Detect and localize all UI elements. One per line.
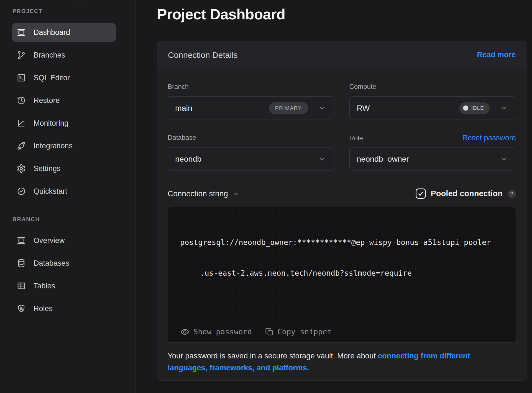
project-nav: Dashboard Branches SQL xyxy=(12,23,116,201)
connection-string-line1: postgresql://neondb_owner:************@e… xyxy=(180,237,503,247)
show-password-button[interactable]: Show password xyxy=(180,327,252,337)
card-title: Connection Details xyxy=(168,50,238,60)
sidebar-item-overview[interactable]: Overview xyxy=(12,231,116,250)
database-select[interactable]: neondb xyxy=(168,147,334,171)
overview-icon xyxy=(16,236,26,245)
branch-label: Branch xyxy=(168,83,189,91)
history-clock-icon xyxy=(16,95,26,105)
sidebar-item-branches[interactable]: Branches xyxy=(12,45,116,65)
connection-string-row: Connection string Pooled connection ? xyxy=(168,188,516,199)
branch-nav: Overview Databases xyxy=(12,231,116,318)
connection-string-line2: .us-east-2.aws.neon.tech/neondb?sslmode=… xyxy=(180,268,503,278)
sidebar-item-label: Integrations xyxy=(34,142,73,150)
role-field: Role Reset password neondb_owner xyxy=(349,134,516,171)
chevron-down-icon xyxy=(500,105,507,112)
show-password-label: Show password xyxy=(193,327,252,336)
git-branch-icon xyxy=(16,50,26,60)
chevron-down-icon xyxy=(319,156,326,163)
integrations-icon xyxy=(16,141,26,151)
database-field: Database neondb xyxy=(168,134,334,171)
database-value: neondb xyxy=(175,154,201,164)
main-content: Project Dashboard Connection Details Rea… xyxy=(136,0,532,393)
copy-snippet-label: Copy snippet xyxy=(277,327,331,336)
role-value: neondb_owner xyxy=(357,154,409,164)
connection-string-dropdown[interactable]: Connection string xyxy=(168,189,239,198)
sidebar-item-label: Databases xyxy=(34,259,69,268)
sidebar-item-label: Branches xyxy=(34,51,65,60)
project-selector-edge xyxy=(0,0,81,2)
copy-icon xyxy=(265,328,273,336)
help-icon[interactable]: ? xyxy=(508,190,516,198)
sidebar-item-quickstart[interactable]: Quickstart xyxy=(12,182,116,201)
idle-badge: IDLE xyxy=(459,102,490,114)
sidebar-item-label: Roles xyxy=(34,304,53,313)
idle-status-dot xyxy=(463,105,468,111)
code-actions: Show password Copy snippet xyxy=(168,321,516,342)
connection-string-code-block: postgresql://neondb_owner:************@e… xyxy=(168,207,516,343)
pooled-connection-group: Pooled connection ? xyxy=(416,188,516,199)
role-select[interactable]: neondb_owner xyxy=(349,147,516,171)
page-title: Project Dashboard xyxy=(157,4,526,25)
card-header: Connection Details Read more xyxy=(157,41,526,69)
idle-badge-label: IDLE xyxy=(471,105,484,111)
compute-select[interactable]: RW IDLE xyxy=(349,96,516,120)
reset-password-link[interactable]: Reset password xyxy=(462,134,516,142)
sidebar-item-label: Monitoring xyxy=(34,119,68,128)
sidebar-item-label: Restore xyxy=(34,96,60,105)
branch-field: Branch main PRIMARY xyxy=(168,83,334,120)
card-body: Branch main PRIMARY Compute xyxy=(157,69,526,380)
compute-field: Compute RW IDLE xyxy=(349,83,516,120)
pooled-connection-checkbox[interactable] xyxy=(416,188,426,199)
chevron-down-icon xyxy=(500,156,507,163)
pooled-connection-label: Pooled connection xyxy=(431,189,503,198)
chevron-down-icon xyxy=(233,191,239,197)
connection-string-label: Connection string xyxy=(168,189,228,198)
terminal-icon xyxy=(16,73,26,83)
role-label: Role xyxy=(349,134,363,142)
chart-icon xyxy=(16,118,26,128)
sidebar-item-databases[interactable]: Databases xyxy=(12,254,116,273)
sidebar-item-label: Quickstart xyxy=(34,187,67,196)
sidebar: PROJECT Dashboard Branches xyxy=(0,0,136,393)
database-icon xyxy=(16,258,26,268)
sidebar-section-branch: BRANCH xyxy=(12,216,135,223)
dashboard-icon xyxy=(16,27,26,37)
connection-string-text: postgresql://neondb_owner:************@e… xyxy=(168,207,516,321)
shield-user-icon xyxy=(16,304,26,314)
sidebar-item-restore[interactable]: Restore xyxy=(12,91,116,110)
password-vault-note: Your password is saved in a secure stora… xyxy=(168,350,500,374)
checkmark-icon xyxy=(417,190,424,197)
sidebar-item-sql-editor[interactable]: SQL Editor xyxy=(12,68,116,87)
primary-badge: PRIMARY xyxy=(269,102,308,114)
sidebar-item-label: Settings xyxy=(34,164,61,173)
branch-value: main xyxy=(175,104,192,113)
chevron-down-icon xyxy=(319,105,326,112)
sidebar-item-dashboard[interactable]: Dashboard xyxy=(12,23,116,42)
connection-details-card: Connection Details Read more Branch main… xyxy=(157,41,526,381)
sidebar-item-roles[interactable]: Roles xyxy=(12,299,116,318)
app-window: PROJECT Dashboard Branches xyxy=(0,0,532,393)
password-vault-text: Your password is saved in a secure stora… xyxy=(168,351,378,360)
read-more-link[interactable]: Read more xyxy=(477,51,516,59)
copy-snippet-button[interactable]: Copy snippet xyxy=(265,327,331,336)
sidebar-item-label: Tables xyxy=(34,282,55,290)
sidebar-item-label: SQL Editor xyxy=(34,74,70,82)
check-circle-icon xyxy=(16,186,26,196)
table-icon xyxy=(16,281,26,291)
compute-label: Compute xyxy=(349,83,376,91)
sidebar-item-integrations[interactable]: Integrations xyxy=(12,136,116,156)
sidebar-item-monitoring[interactable]: Monitoring xyxy=(12,113,116,133)
sidebar-item-tables[interactable]: Tables xyxy=(12,276,116,296)
sidebar-item-settings[interactable]: Settings xyxy=(12,159,116,178)
gear-icon xyxy=(16,164,26,174)
sidebar-item-label: Overview xyxy=(34,236,65,245)
sidebar-section-project: PROJECT xyxy=(12,8,135,14)
branch-select[interactable]: main PRIMARY xyxy=(168,96,334,120)
eye-icon xyxy=(180,327,190,337)
sidebar-item-label: Dashboard xyxy=(34,28,70,37)
database-label: Database xyxy=(168,134,196,141)
compute-value: RW xyxy=(357,104,370,113)
